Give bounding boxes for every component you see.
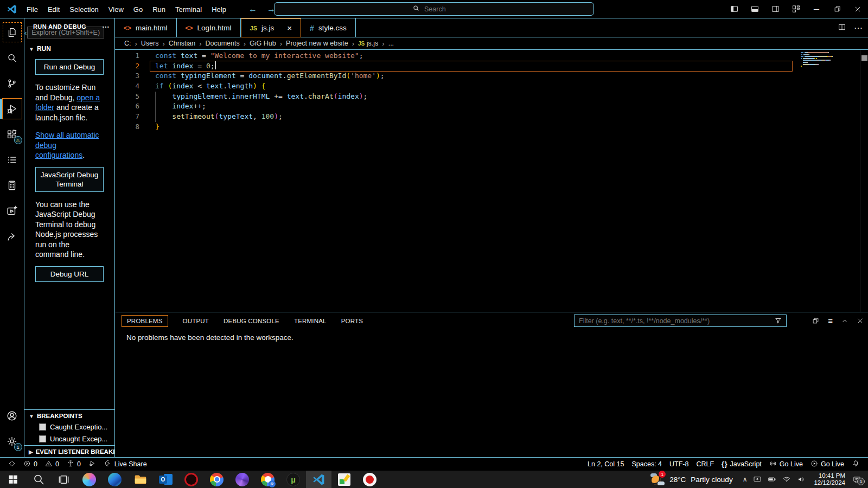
- breakpoint-item[interactable]: Caught Exceptio...: [24, 421, 114, 433]
- breadcrumb-item[interactable]: Users: [141, 40, 159, 47]
- go-live-server[interactable]: Go Live: [765, 458, 807, 471]
- cursor-position[interactable]: Ln 2, Col 15: [584, 458, 628, 471]
- extensions-icon[interactable]: ⚠: [0, 121, 24, 147]
- panel-tab-terminal[interactable]: TERMINAL: [294, 318, 327, 324]
- file-explorer-taskbar-icon[interactable]: [127, 471, 153, 488]
- notification-center-icon[interactable]: 1: [849, 475, 868, 484]
- debug-url-button[interactable]: Debug URL: [35, 266, 104, 282]
- js-debug-terminal-button[interactable]: JavaScript Debug Terminal: [35, 167, 104, 192]
- minimize-button[interactable]: ─: [806, 0, 827, 18]
- event-listener-section-header[interactable]: ▶ EVENT LISTENER BREAKP...: [24, 446, 114, 457]
- maximize-panel-icon[interactable]: [841, 317, 848, 325]
- tab-js.js[interactable]: JSjs.js×: [241, 18, 301, 37]
- screen-recorder-taskbar-icon[interactable]: [357, 471, 382, 488]
- tab-style.css[interactable]: #style.css: [301, 18, 356, 37]
- breadcrumb-item[interactable]: C:: [124, 40, 131, 47]
- vscode-taskbar-icon[interactable]: [306, 471, 331, 488]
- toggle-secondary-sidebar-icon[interactable]: [765, 0, 786, 18]
- volume-icon[interactable]: [797, 475, 806, 484]
- menu-selection[interactable]: Selection: [65, 5, 103, 14]
- run-section-header[interactable]: ▼ RUN: [29, 45, 114, 53]
- run-and-debug-button[interactable]: Run and Debug: [35, 59, 104, 75]
- panel-tab-debug-console[interactable]: DEBUG CONSOLE: [224, 318, 279, 324]
- explorer-icon[interactable]: [0, 20, 24, 45]
- remote-keypad-icon[interactable]: [0, 172, 24, 198]
- task-view-taskbar-icon[interactable]: [51, 471, 76, 488]
- split-editor-icon[interactable]: [838, 23, 846, 34]
- breadcrumb-item[interactable]: JS js.js: [358, 40, 378, 47]
- photos-taskbar-icon[interactable]: [331, 471, 357, 488]
- restore-button[interactable]: [827, 0, 847, 18]
- chrome-remote-desktop-taskbar-icon[interactable]: R: [255, 471, 280, 488]
- checkbox[interactable]: [39, 423, 46, 431]
- warnings-count[interactable]: 0: [41, 458, 63, 471]
- nav-back-icon[interactable]: ←: [248, 4, 257, 14]
- breadcrumb-item[interactable]: Documents: [206, 40, 240, 47]
- start-taskbar-icon[interactable]: [0, 471, 25, 488]
- minimap[interactable]: [801, 52, 850, 68]
- panel-tab-output[interactable]: OUTPUT: [183, 318, 209, 324]
- microsoft-loop-taskbar-icon[interactable]: [229, 471, 255, 488]
- encoding[interactable]: UTF-8: [666, 458, 692, 471]
- battery-icon[interactable]: [768, 475, 776, 484]
- search-input[interactable]: [423, 5, 456, 14]
- wifi-icon[interactable]: [782, 475, 791, 484]
- run-and-debug-icon[interactable]: [0, 96, 24, 121]
- taskbar-search-taskbar-icon[interactable]: [25, 471, 51, 488]
- breadcrumb-item[interactable]: Christian: [169, 40, 195, 47]
- problems-filter[interactable]: [574, 314, 787, 327]
- weather-widget[interactable]: 1 28°C Partly cloudy: [645, 472, 738, 486]
- notifications-bell[interactable]: [848, 458, 864, 471]
- close-panel-icon[interactable]: [857, 317, 864, 324]
- search-icon[interactable]: [0, 45, 24, 70]
- menu-help[interactable]: Help: [207, 5, 231, 14]
- accounts-icon[interactable]: [0, 403, 24, 428]
- live-share-status[interactable]: Live Share: [100, 458, 151, 471]
- toggle-panel-icon[interactable]: [744, 0, 765, 18]
- show-debug-configurations-link[interactable]: Show all automatic debug configurations: [35, 131, 99, 159]
- live-share-icon[interactable]: [0, 223, 24, 249]
- sidebar-more-actions-icon[interactable]: ⋯: [102, 22, 110, 31]
- debug-status[interactable]: [85, 458, 100, 471]
- panel-menu-icon[interactable]: ≡: [828, 316, 833, 325]
- close-tab-icon[interactable]: ×: [287, 23, 292, 33]
- ports-feed[interactable]: 0: [63, 458, 85, 471]
- close-button[interactable]: [847, 0, 868, 18]
- restore-panel-icon[interactable]: [812, 317, 820, 325]
- remote-indicator[interactable]: [4, 458, 20, 471]
- source-control-icon[interactable]: [0, 70, 24, 96]
- taskbar-clock[interactable]: 10:41 PM 12/12/2024: [810, 472, 849, 487]
- menu-go[interactable]: Go: [129, 5, 148, 14]
- settings-icon[interactable]: 1: [0, 428, 24, 454]
- breadcrumb-item[interactable]: GiG Hub: [250, 40, 276, 47]
- customize-layout-icon[interactable]: [786, 0, 806, 18]
- go-live-preview[interactable]: Go Live: [807, 458, 848, 471]
- chrome-taskbar-icon[interactable]: [204, 471, 229, 488]
- errors-count[interactable]: 0: [20, 458, 41, 471]
- language-mode[interactable]: { }JavaScript: [718, 458, 765, 471]
- eol-sequence[interactable]: CRLF: [692, 458, 718, 471]
- menu-file[interactable]: File: [22, 5, 43, 14]
- breakpoint-item[interactable]: Uncaught Excep...: [24, 433, 114, 445]
- edge-taskbar-icon[interactable]: [102, 471, 127, 488]
- checkbox[interactable]: [39, 435, 46, 442]
- utorrent-taskbar-icon[interactable]: µ: [280, 471, 306, 488]
- chevron-up-icon[interactable]: ∧: [743, 476, 748, 483]
- bookmarks-list-icon[interactable]: [0, 147, 24, 172]
- cast-icon[interactable]: [753, 475, 762, 484]
- scrollbar-thumb[interactable]: [861, 55, 867, 61]
- indentation[interactable]: Spaces: 4: [628, 458, 666, 471]
- code-editor[interactable]: 1const text = "Welcome to my interactive…: [115, 50, 868, 312]
- menu-run[interactable]: Run: [148, 5, 170, 14]
- filter-input[interactable]: [575, 317, 770, 325]
- live-preview-icon[interactable]: [0, 198, 24, 223]
- menu-terminal[interactable]: Terminal: [170, 5, 207, 14]
- menu-view[interactable]: View: [104, 5, 129, 14]
- breadcrumb-item[interactable]: ...: [388, 40, 394, 47]
- toggle-primary-sidebar-icon[interactable]: [724, 0, 744, 18]
- tab-LogIn.html[interactable]: <>LogIn.html: [177, 18, 241, 37]
- panel-tab-ports[interactable]: PORTS: [341, 318, 363, 324]
- amd-software-taskbar-icon[interactable]: [178, 471, 204, 488]
- copilot-taskbar-icon[interactable]: [76, 471, 102, 488]
- breakpoints-section-header[interactable]: ▼ BREAKPOINTS: [24, 410, 114, 421]
